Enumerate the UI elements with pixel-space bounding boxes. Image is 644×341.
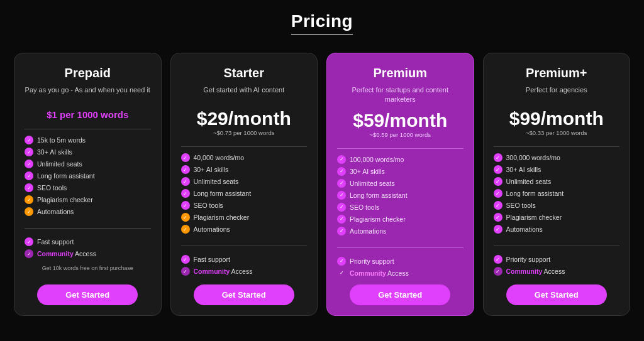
feature-item: ✓SEO tools: [25, 183, 151, 192]
feature-text: Long form assistant: [506, 190, 564, 197]
feature-item: ✓300,000 words/mo: [494, 153, 620, 162]
feature-text: Plagiarism checker: [350, 215, 406, 223]
pricing-grid: PrepaidPay as you go - As and when you n…: [14, 53, 630, 316]
divider: [181, 246, 308, 246]
feature-text: Plagiarism checker: [194, 214, 250, 221]
feature-item: ✓Plagiarism checker: [494, 213, 620, 222]
support-text: Fast support: [194, 256, 230, 263]
feature-item: ✓Long form assistant: [494, 189, 620, 198]
support-text: Community Access: [194, 268, 253, 275]
feature-item: ✓30+ AI skills: [337, 167, 464, 176]
feature-check-icon: ✓: [181, 153, 190, 162]
support-text: Community Access: [506, 268, 565, 275]
support-item: ✓Community Access: [337, 269, 464, 278]
feature-text: Plagiarism checker: [506, 214, 562, 221]
cta-button-premium[interactable]: Get Started: [350, 284, 450, 305]
feature-check-icon: ✓: [337, 191, 346, 200]
feature-check-icon: ✓: [494, 201, 502, 210]
feature-check-icon: ✓: [25, 136, 33, 144]
plan-desc-premium: Perfect for startups and content markete…: [337, 85, 464, 105]
feature-item: ✓Automations: [337, 227, 464, 235]
feature-check-icon: ✓: [25, 171, 33, 180]
feature-text: Automations: [194, 225, 230, 233]
feature-item: ✓100,000 words/mo: [337, 155, 464, 164]
feature-item: ✓Plagiarism checker: [181, 213, 308, 222]
feature-text: Unlimited seats: [506, 178, 552, 185]
feature-text: Long form assistant: [350, 192, 408, 199]
feature-item: ✓Unlimited seats: [25, 160, 151, 168]
support-icon: ✓: [337, 269, 346, 278]
feature-check-icon: ✓: [181, 177, 190, 186]
community-link[interactable]: Community: [350, 269, 386, 277]
divider: [25, 129, 151, 129]
feature-text: Unlimited seats: [350, 180, 395, 187]
cta-button-starter[interactable]: Get Started: [194, 284, 294, 305]
divider: [494, 146, 620, 147]
plan-desc-starter: Get started with AI content: [203, 85, 284, 103]
feature-check-icon: ✓: [337, 203, 346, 212]
support-icon: ✓: [181, 255, 190, 264]
support-text: Priority support: [506, 256, 551, 263]
feature-check-icon: ✓: [337, 155, 346, 164]
support-item: ✓Priority support: [494, 255, 620, 264]
plan-price-premium-plus: $99/month: [509, 109, 604, 128]
feature-text: Automations: [506, 225, 543, 233]
support-icon: ✓: [494, 255, 502, 264]
plan-card-premium-plus: Premium+Perfect for agencies$99/month~$0…: [483, 53, 631, 316]
community-link[interactable]: Community: [194, 268, 230, 275]
feature-check-icon: ✓: [181, 189, 190, 198]
feature-check-icon: ✓: [181, 225, 190, 234]
feature-check-icon: ✓: [25, 195, 33, 204]
page-title: Pricing: [291, 11, 353, 31]
plan-name-prepaid: Prepaid: [65, 66, 111, 80]
feature-check-icon: ✓: [181, 201, 190, 210]
feature-check-icon: ✓: [494, 225, 502, 234]
support-item: ✓Community Access: [25, 249, 151, 258]
feature-text: 40,000 words/mo: [194, 154, 245, 161]
feature-check-icon: ✓: [494, 153, 502, 162]
feature-item: ✓SEO tools: [494, 201, 620, 210]
support-item: ✓Community Access: [494, 267, 620, 276]
feature-text: 300,000 words/mo: [506, 154, 560, 161]
feature-item: ✓SEO tools: [337, 203, 464, 212]
support-icon: ✓: [337, 257, 346, 266]
feature-check-icon: ✓: [337, 167, 346, 176]
features-list-prepaid: ✓15k to 5m words✓30+ AI skills✓Unlimited…: [25, 136, 151, 219]
feature-item: ✓Plagiarism checker: [25, 195, 151, 204]
cta-button-premium-plus[interactable]: Get Started: [506, 284, 607, 305]
plan-price-prepaid: $1 per 1000 words: [47, 109, 128, 120]
feature-check-icon: ✓: [494, 165, 502, 174]
feature-text: 30+ AI skills: [194, 166, 229, 173]
support-section-premium-plus: ✓Priority support✓Community Access: [494, 255, 620, 279]
support-item: ✓Fast support: [25, 237, 151, 246]
feature-check-icon: ✓: [181, 213, 190, 222]
feature-text: Automations: [37, 208, 74, 215]
feature-text: 30+ AI skills: [506, 166, 541, 173]
support-icon: ✓: [181, 267, 190, 276]
feature-check-icon: ✓: [337, 227, 346, 235]
page-title-wrapper: Pricing: [291, 11, 353, 35]
plan-name-starter: Starter: [224, 66, 264, 80]
community-link[interactable]: Community: [37, 250, 74, 257]
community-link[interactable]: Community: [506, 268, 543, 275]
divider: [337, 148, 464, 149]
support-icon: ✓: [25, 237, 33, 246]
cta-button-prepaid[interactable]: Get Started: [37, 284, 138, 305]
support-section-starter: ✓Fast support✓Community Access: [181, 255, 308, 279]
support-text: Fast support: [37, 238, 74, 246]
feature-item: ✓15k to 5m words: [25, 136, 151, 144]
support-section-premium: ✓Priority support✓Community Access: [337, 257, 464, 281]
feature-check-icon: ✓: [25, 148, 33, 156]
plan-name-premium-plus: Premium+: [526, 66, 587, 80]
plan-card-starter: StarterGet started with AI content$29/mo…: [170, 53, 318, 316]
plan-desc-premium-plus: Perfect for agencies: [526, 85, 587, 103]
features-list-starter: ✓40,000 words/mo✓30+ AI skills✓Unlimited…: [181, 153, 308, 237]
feature-text: SEO tools: [37, 184, 67, 192]
feature-item: ✓30+ AI skills: [25, 148, 151, 156]
feature-check-icon: ✓: [25, 183, 33, 192]
plan-desc-prepaid: Pay as you go - As and when you need it: [25, 85, 150, 103]
support-item: ✓Fast support: [181, 255, 308, 264]
plan-price-sub-premium-plus: ~$0.33 per 1000 words: [526, 129, 587, 136]
features-list-premium: ✓100,000 words/mo✓30+ AI skills✓Unlimite…: [337, 155, 464, 239]
feature-item: ✓Automations: [25, 207, 151, 216]
